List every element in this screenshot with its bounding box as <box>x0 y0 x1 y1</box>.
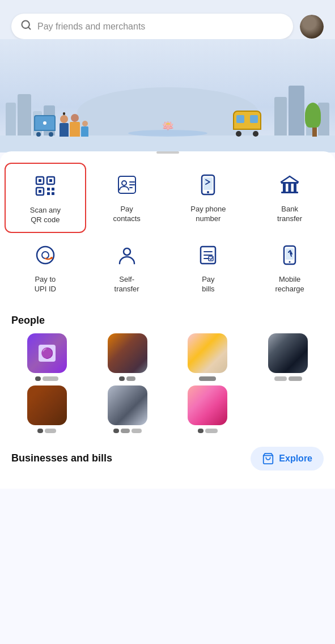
people-grid-row2 <box>0 381 335 433</box>
explore-button[interactable]: Explore <box>251 447 324 471</box>
people-group <box>60 112 88 137</box>
person-name-1 <box>35 376 58 381</box>
pay-bills-icon <box>193 240 223 270</box>
svg-rect-20 <box>281 182 298 184</box>
svg-rect-21 <box>283 184 286 192</box>
user-avatar[interactable] <box>300 15 324 39</box>
pay-contacts-icon <box>112 170 142 200</box>
svg-rect-10 <box>47 192 50 195</box>
svg-rect-3 <box>39 179 41 182</box>
lotus-decoration: 🪷 <box>162 120 174 132</box>
scan-qr-icon <box>30 171 61 201</box>
mobile-recharge-label: Mobilerecharge <box>275 275 304 294</box>
svg-point-25 <box>37 247 54 264</box>
person-avatar-4 <box>268 333 308 373</box>
hero-illustration: 🪷 <box>0 39 335 152</box>
pay-bills-label: Paybills <box>202 275 214 294</box>
person-avatar-6 <box>108 385 147 425</box>
search-placeholder-text: Pay friends and merchants <box>37 22 284 32</box>
quick-actions-grid: Scan anyQR code Paycontacts <box>0 154 335 310</box>
svg-rect-8 <box>47 188 50 190</box>
pay-phone-label: Pay phonenumber <box>190 205 226 224</box>
svg-rect-9 <box>52 188 54 190</box>
svg-point-26 <box>42 252 49 259</box>
action-scan-qr[interactable]: Scan anyQR code <box>5 163 86 233</box>
pay-phone-icon <box>193 170 223 200</box>
svg-point-13 <box>122 181 126 185</box>
person-avatar-7 <box>188 385 227 425</box>
header: Pay friends and merchants <box>0 0 335 39</box>
scan-qr-label: Scan anyQR code <box>30 206 61 225</box>
action-mobile-recharge[interactable]: Mobilerecharge <box>249 233 330 301</box>
search-bar-container[interactable]: Pay friends and merchants <box>11 14 293 39</box>
people-grid-row1: 🟣 <box>0 333 335 381</box>
bank-transfer-label: Banktransfer <box>277 205 302 224</box>
ground <box>0 135 335 152</box>
svg-rect-22 <box>289 184 291 192</box>
person-card-7[interactable] <box>170 385 246 433</box>
person-avatar-1: 🟣 <box>27 333 67 373</box>
tree <box>308 103 321 137</box>
search-bar[interactable]: Pay friends and merchants <box>11 14 293 39</box>
pay-upi-icon <box>30 240 61 270</box>
self-transfer-icon <box>112 240 142 270</box>
action-pay-upi[interactable]: Pay toUPI ID <box>5 233 86 301</box>
person-card-6[interactable] <box>90 385 166 433</box>
person-avatar-2 <box>108 333 147 373</box>
action-self-transfer[interactable]: Self-transfer <box>86 233 168 301</box>
action-bank-transfer[interactable]: Banktransfer <box>249 163 330 233</box>
svg-rect-33 <box>209 256 213 261</box>
person-card-8 <box>250 385 326 433</box>
mobile-recharge-icon <box>274 240 305 270</box>
businesses-title: Businesses and bills <box>11 452 112 464</box>
svg-point-19 <box>207 191 209 193</box>
svg-rect-23 <box>294 184 296 192</box>
person-name-3 <box>199 376 216 381</box>
person-avatar-5 <box>27 385 67 425</box>
person-name-7 <box>198 429 218 433</box>
svg-point-27 <box>50 257 53 259</box>
action-pay-contacts[interactable]: Paycontacts <box>86 163 168 233</box>
auto-rickshaw <box>233 111 261 137</box>
businesses-row: Businesses and bills Explore <box>0 438 335 477</box>
person-avatar-3 <box>188 333 227 373</box>
people-section-title: People <box>0 310 335 333</box>
svg-point-28 <box>124 248 130 255</box>
bag-icon <box>262 452 274 465</box>
person-name-6 <box>113 429 142 433</box>
person-card-2[interactable] <box>90 333 166 381</box>
action-pay-phone[interactable]: Pay phonenumber <box>168 163 249 233</box>
person-card-3[interactable] <box>170 333 246 381</box>
cart <box>34 115 56 137</box>
svg-rect-18 <box>203 177 213 190</box>
person-card-5[interactable] <box>9 385 85 433</box>
pay-contacts-label: Paycontacts <box>113 205 140 224</box>
svg-line-1 <box>28 27 31 29</box>
main-card: Scan anyQR code Paycontacts <box>0 151 335 489</box>
person-card-1[interactable]: 🟣 <box>9 333 85 381</box>
self-transfer-label: Self-transfer <box>115 275 139 294</box>
explore-label: Explore <box>279 454 312 464</box>
avatar-image <box>300 15 324 39</box>
person-name-2 <box>119 376 135 381</box>
pay-upi-label: Pay toUPI ID <box>35 275 56 294</box>
person-name-5 <box>37 429 56 433</box>
svg-rect-7 <box>39 190 41 193</box>
person-card-4[interactable] <box>250 333 326 381</box>
hero-scene: 🪷 <box>0 39 335 152</box>
svg-rect-11 <box>52 192 54 195</box>
person-name-4 <box>274 376 302 381</box>
search-icon <box>20 19 32 33</box>
svg-point-36 <box>289 261 291 262</box>
svg-rect-24 <box>281 192 298 193</box>
bank-transfer-icon <box>274 170 305 200</box>
action-pay-bills[interactable]: Paybills <box>168 233 249 301</box>
svg-rect-5 <box>49 179 52 182</box>
